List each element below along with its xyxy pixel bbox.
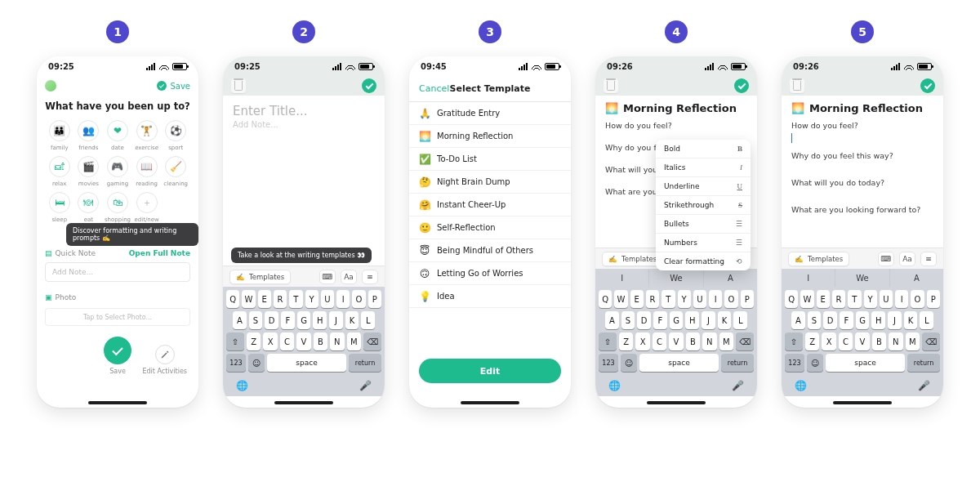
templates-button[interactable]: ✍️Templates [788,252,849,266]
list-button[interactable]: ≡ [920,252,937,266]
key-emoji[interactable]: ☺ [248,354,265,372]
page-heading: What have you been up to? [37,100,198,112]
add-note-input[interactable]: Add Note... [45,262,190,282]
activity-relax[interactable]: 🛋relax [45,156,74,187]
keyboard[interactable]: QWERTYUIOP ASDFGHJKL ⇧ZXCVBNM⌫ 123☺space… [595,287,757,396]
suggest-2[interactable]: We [835,269,889,287]
key-shift[interactable]: ⇧ [226,332,244,350]
key-space[interactable]: space [267,354,346,372]
hide-keyboard-button[interactable]: ⌨ [878,252,894,266]
avatar[interactable] [45,80,56,91]
edit-button[interactable]: Edit [419,359,561,383]
note-body-input[interactable]: Add Note... [223,120,385,129]
activity-exercise[interactable]: 🏋exercise [132,120,162,151]
list-item[interactable]: 💡Idea [409,285,571,308]
suggest-3[interactable]: A [704,269,757,287]
keyboard-icon: ⌨ [323,273,333,281]
text-cursor [791,133,792,143]
cancel-button[interactable]: Cancel [419,83,449,94]
activity-eat[interactable]: 🍽eat [74,192,104,223]
fmt-bullets[interactable]: Bullets☰ [656,215,751,234]
list-icon: ≡ [367,273,373,281]
mic-icon[interactable]: 🎤 [732,380,744,391]
done-button[interactable] [734,78,749,93]
save-button[interactable]: 👉 Save [104,337,131,375]
templates-button[interactable]: ✍️Templates [602,252,663,266]
globe-icon[interactable]: 🌐 [795,380,807,391]
step-badge-1: 1 [106,20,129,43]
globe-icon[interactable]: 🌐 [608,380,621,391]
activity-sport[interactable]: ⚽sport [161,120,190,151]
status-time: 09:25 [48,62,74,71]
activity-shopping[interactable]: 🛍shopping [103,192,132,223]
list-item[interactable]: ✅To-Do List [409,148,571,171]
list-item[interactable]: 🤔Night Brain Dump [409,171,571,194]
mic-icon[interactable]: 🎤 [918,380,930,391]
format-button[interactable]: Aa [899,252,915,266]
quick-note-label: ▤Quick Note [45,249,96,257]
fmt-bold[interactable]: BoldB [656,140,751,158]
status-bar: 09:45 [409,56,571,76]
mic-icon[interactable]: 🎤 [359,380,372,391]
edit-activities-button[interactable]: Edit Activities [142,345,187,375]
screen-3-phone: 09:45 Cancel Select Template 🙏Gratitude … [409,56,571,408]
key-backspace[interactable]: ⌫ [363,332,381,350]
photo-label: ▣Photo [45,293,76,301]
prompt-line[interactable]: What will you do today? [782,175,943,190]
list-button[interactable]: ≡ [362,270,378,284]
list-item[interactable]: 🙃Letting Go of Worries [409,262,571,285]
activity-family[interactable]: 👪family [45,120,74,151]
keyboard[interactable]: QWERTYUIOP ASDFGHJKL ⇧ZXCVBNM⌫ 123☺space… [223,287,385,396]
activity-movies[interactable]: 🎬movies [74,156,104,187]
key-q[interactable]: Q [226,290,239,308]
format-button[interactable]: Aa [341,270,357,284]
prompt-line[interactable]: What are you looking forward to? [782,202,943,217]
trash-button[interactable] [604,78,618,93]
done-button[interactable] [362,78,376,93]
suggest-2[interactable]: We [649,269,703,287]
activity-sleep[interactable]: 🛏sleep [45,192,74,223]
list-item[interactable]: 🙂Self-Reflection [409,216,571,239]
done-button[interactable] [920,78,935,93]
suggest-1[interactable]: I [595,269,649,287]
suggest-3[interactable]: A [890,269,943,287]
list-item[interactable]: 😇Being Mindful of Others [409,239,571,262]
fmt-italics[interactable]: ItalicsI [656,158,751,177]
open-full-note[interactable]: Open Full Note [129,249,190,257]
templates-button[interactable]: ✍️Templates [229,270,291,284]
activity-friends[interactable]: 👥friends [74,120,104,151]
suggest-1[interactable]: I [782,269,835,287]
activity-add[interactable]: ＋edit/new [132,192,162,223]
list-item[interactable]: 🌅Morning Reflection [409,125,571,148]
activity-date[interactable]: ❤date [103,120,132,151]
list-item[interactable]: 🤗Instant Cheer-Up [409,194,571,216]
status-bar: 09:25 [223,56,385,76]
fmt-strike[interactable]: StrikethroughS [656,196,751,215]
prompt-line[interactable]: How do you feel? [782,118,943,133]
save-link[interactable]: Save [157,81,190,91]
fmt-underline[interactable]: UnderlineU [656,177,751,196]
prompt-line[interactable]: How do you feel? [595,118,757,133]
hide-keyboard-button[interactable]: ⌨ [319,270,336,284]
screen-4-phone: 09:26 🌅Morning Reflection How do you fee… [595,56,757,408]
screen-1-phone: 09:25 Save What have you been up to? 👪fa… [37,56,198,408]
globe-icon[interactable]: 🌐 [236,380,248,391]
activity-gaming[interactable]: 🎮gaming [103,156,132,187]
note-title[interactable]: Morning Reflection [809,102,923,114]
fmt-clear[interactable]: Clear formatting⟲ [656,252,751,270]
activity-reading[interactable]: 📖reading [132,156,162,187]
status-time: 09:26 [607,62,633,71]
key-return[interactable]: return [349,354,381,372]
note-title[interactable]: Morning Reflection [623,102,737,114]
activity-cleaning[interactable]: 🧹cleaning [161,156,190,187]
trash-button[interactable] [231,78,246,93]
photo-picker[interactable]: Tap to Select Photo... [45,308,190,326]
trash-button[interactable] [790,78,804,93]
list-item[interactable]: 🙏Gratitude Entry [409,102,571,125]
key-123[interactable]: 123 [226,354,246,372]
signal-icon [146,63,156,70]
fmt-numbers[interactable]: Numbers☰ [656,234,751,252]
note-title-input[interactable]: Enter Title... [223,96,385,120]
prompt-line[interactable]: Why do you feel this way? [782,148,943,163]
keyboard[interactable]: QWERTYUIOP ASDFGHJKL ⇧ZXCVBNM⌫ 123☺space… [782,287,943,396]
